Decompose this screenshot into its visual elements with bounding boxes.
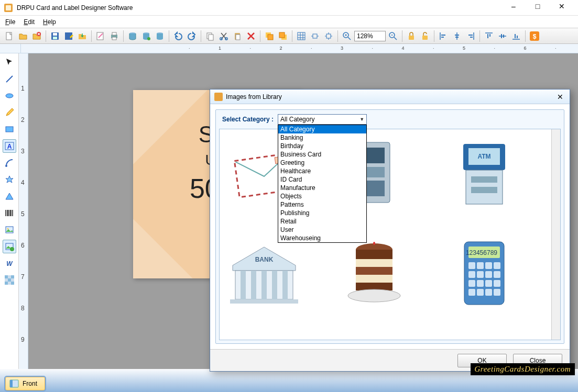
category-option[interactable]: Business Card <box>278 150 366 159</box>
triangle-tool-icon[interactable] <box>3 189 16 203</box>
paste-icon[interactable] <box>231 30 244 42</box>
category-option[interactable]: Objects <box>278 192 366 200</box>
redo-icon[interactable] <box>186 30 198 42</box>
align-middle-icon[interactable] <box>496 30 509 42</box>
resize-h-icon[interactable] <box>309 30 321 42</box>
svg-rect-82 <box>494 262 500 269</box>
export-icon[interactable] <box>76 30 89 42</box>
scroll-down-icon[interactable]: ▾ <box>557 333 559 339</box>
category-dropdown[interactable]: All CategoryBankingBirthdayBusiness Card… <box>278 125 367 243</box>
library-image-cake[interactable] <box>335 234 413 312</box>
svg-rect-88 <box>477 280 484 287</box>
open-icon[interactable] <box>17 30 29 42</box>
svg-rect-84 <box>477 271 484 278</box>
arc-tool-icon[interactable] <box>3 156 16 170</box>
wordart-tool-icon[interactable]: W <box>3 256 16 270</box>
category-option[interactable]: Retail <box>278 217 366 226</box>
image-tool-icon[interactable] <box>3 223 16 237</box>
category-option[interactable]: ID Card <box>278 175 366 184</box>
svg-rect-92 <box>477 289 484 296</box>
category-option[interactable]: All Category <box>278 125 366 133</box>
svg-text:W: W <box>6 260 13 267</box>
pattern-tool-icon[interactable] <box>3 273 16 287</box>
barcode-tool-icon[interactable] <box>3 206 16 220</box>
svg-rect-48 <box>214 93 223 101</box>
dialog-close-icon[interactable]: ✕ <box>555 92 565 102</box>
library-image-calculator[interactable]: 123456789 <box>445 234 524 312</box>
svg-rect-93 <box>485 289 492 296</box>
category-option[interactable]: Warehouseing <box>278 234 366 242</box>
images-grid[interactable]: ▴ ▾ ATM BANK 123456789 <box>219 129 561 340</box>
print-icon[interactable] <box>108 30 121 42</box>
zoom-input[interactable] <box>354 31 386 41</box>
dollar-icon[interactable]: $ <box>528 30 541 42</box>
svg-rect-40 <box>6 227 13 233</box>
delete-icon[interactable] <box>245 30 257 42</box>
category-option[interactable]: Manufacture <box>278 184 366 192</box>
align-left-icon[interactable] <box>437 30 450 42</box>
new-icon[interactable] <box>3 30 16 42</box>
menu-edit[interactable]: Edit <box>24 18 35 26</box>
category-option[interactable]: Greeting <box>278 159 366 167</box>
copy-icon[interactable] <box>204 30 216 42</box>
star-tool-icon[interactable] <box>3 173 16 186</box>
pencil-tool-icon[interactable] <box>3 106 16 119</box>
resize-all-icon[interactable] <box>322 30 335 42</box>
minimize-button[interactable]: – <box>501 0 526 14</box>
database-edit-icon[interactable] <box>140 30 152 42</box>
svg-rect-83 <box>468 271 475 278</box>
svg-rect-5 <box>53 33 57 36</box>
tool-palette: A W <box>0 53 19 369</box>
align-right-icon[interactable] <box>464 30 477 42</box>
pointer-tool-icon[interactable] <box>3 55 16 69</box>
svg-rect-1 <box>6 5 11 10</box>
svg-rect-59 <box>471 176 497 183</box>
image-lib-tool-icon[interactable] <box>3 240 16 253</box>
undo-icon[interactable] <box>172 30 184 42</box>
library-image-atm-machine[interactable]: ATM <box>445 135 524 213</box>
grid-icon[interactable] <box>295 30 308 42</box>
align-center-h-icon[interactable] <box>451 30 463 42</box>
cut-icon[interactable] <box>217 30 230 42</box>
svg-rect-87 <box>468 280 475 287</box>
svg-rect-67 <box>282 271 288 299</box>
svg-rect-71 <box>356 259 392 267</box>
lock-icon[interactable] <box>405 30 418 42</box>
category-option[interactable]: Patterns <box>278 200 366 209</box>
group-back-icon[interactable] <box>277 30 289 42</box>
align-top-icon[interactable] <box>483 30 495 42</box>
group-front-icon[interactable] <box>263 30 276 42</box>
scroll-up-icon[interactable]: ▴ <box>557 130 559 136</box>
close-file-icon[interactable] <box>30 30 43 42</box>
menu-help[interactable]: Help <box>43 18 56 26</box>
unlock-icon[interactable] <box>419 30 431 42</box>
text-tool-icon[interactable]: A <box>3 139 16 153</box>
edit-icon[interactable] <box>94 30 107 42</box>
page-tab-front[interactable]: Front <box>5 377 45 390</box>
align-bottom-icon[interactable] <box>510 30 522 42</box>
category-option[interactable]: Publishing <box>278 209 366 217</box>
save-icon[interactable] <box>49 30 61 42</box>
category-option[interactable]: Birthday <box>278 142 366 150</box>
ellipse-tool-icon[interactable] <box>3 89 16 103</box>
chevron-down-icon: ▼ <box>359 117 364 122</box>
category-option[interactable]: Banking <box>278 133 366 142</box>
svg-text:$: $ <box>533 33 537 40</box>
category-option[interactable]: User <box>278 226 366 234</box>
database-cfg-icon[interactable] <box>154 30 166 42</box>
rectangle-tool-icon[interactable] <box>3 122 16 136</box>
database-icon[interactable] <box>126 30 139 42</box>
menu-file[interactable]: File <box>5 18 15 26</box>
zoom-out-icon[interactable] <box>387 30 399 42</box>
category-select[interactable]: All Category ▼ All CategoryBankingBirthd… <box>278 114 367 125</box>
line-tool-icon[interactable] <box>3 72 16 86</box>
zoom-in-icon[interactable] <box>341 30 353 42</box>
library-image-bank[interactable]: BANK <box>225 234 303 312</box>
category-option[interactable]: Healthcare <box>278 167 366 175</box>
save-as-icon[interactable] <box>62 30 75 42</box>
svg-text:123456789: 123456789 <box>466 249 497 256</box>
svg-point-75 <box>348 289 400 302</box>
maximize-button[interactable]: □ <box>526 0 550 14</box>
close-button[interactable]: ✕ <box>550 0 574 14</box>
svg-rect-10 <box>112 32 116 35</box>
